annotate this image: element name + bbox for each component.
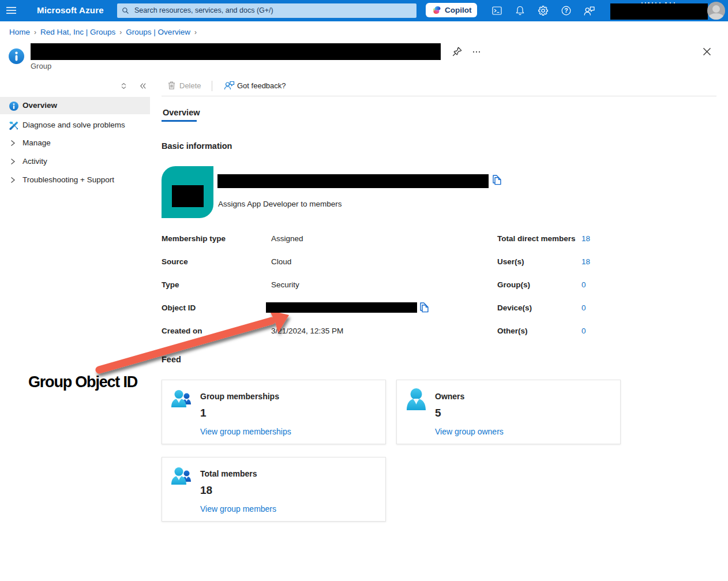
svg-text:?: ? — [564, 7, 568, 14]
